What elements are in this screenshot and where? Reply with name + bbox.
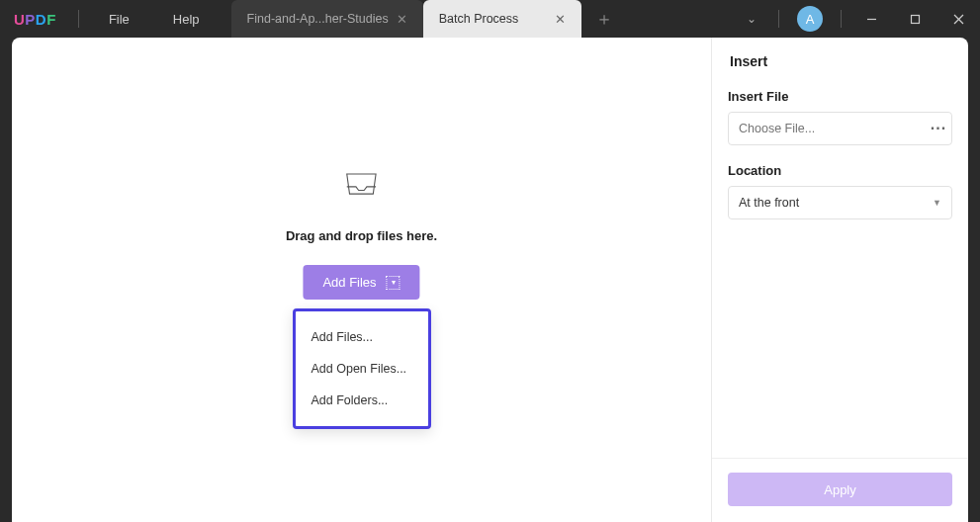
tab-strip: Find-and-Ap...her-Studies ✕ Batch Proces… — [231, 0, 627, 38]
drop-text: Drag and drop files here. — [286, 228, 437, 243]
svg-rect-1 — [911, 15, 919, 23]
titlebar-right: ⌄ A — [733, 0, 980, 38]
avatar[interactable]: A — [797, 6, 823, 32]
main-panel: Drag and drop files here. Add Files Add … — [12, 38, 711, 522]
tab-label: Batch Process — [439, 12, 519, 26]
separator — [778, 10, 779, 28]
close-icon[interactable]: ✕ — [555, 12, 566, 27]
apply-button[interactable]: Apply — [728, 473, 952, 506]
window-minimize-button[interactable] — [849, 0, 893, 38]
dropdown-item-add-open-files[interactable]: Add Open Files... — [296, 353, 428, 385]
close-icon[interactable]: ✕ — [397, 12, 407, 27]
tab-document[interactable]: Find-and-Ap...her-Studies ✕ — [231, 0, 423, 38]
title-bar: UPDF File Help Find-and-Ap...her-Studies… — [0, 0, 980, 38]
chevron-down-icon[interactable]: ⌄ — [733, 12, 770, 26]
window-maximize-button[interactable] — [893, 0, 936, 38]
add-files-label: Add Files — [322, 275, 376, 290]
drop-zone[interactable]: Drag and drop files here. Add Files — [286, 163, 437, 300]
add-files-button[interactable]: Add Files — [303, 265, 419, 300]
location-select[interactable]: At the front ▼ — [728, 186, 952, 219]
workspace: Drag and drop files here. Add Files Add … — [12, 38, 968, 522]
location-label: Location — [728, 163, 952, 178]
tab-label: Find-and-Ap...her-Studies — [247, 12, 389, 26]
dropdown-toggle-icon[interactable] — [387, 276, 401, 290]
separator — [841, 10, 842, 28]
window-close-button[interactable] — [936, 0, 980, 38]
tab-batch-process[interactable]: Batch Process ✕ — [423, 0, 581, 38]
app-logo: UPDF — [0, 11, 70, 28]
inbox-icon — [286, 163, 437, 211]
dropdown-item-add-folders[interactable]: Add Folders... — [296, 385, 428, 416]
menu-help[interactable]: Help — [151, 12, 222, 27]
choose-file-field[interactable]: ··· — [728, 112, 952, 145]
choose-file-input[interactable] — [729, 122, 926, 135]
browse-icon[interactable]: ··· — [926, 120, 951, 137]
sidebar-title: Insert — [712, 38, 968, 81]
dropdown-item-add-files[interactable]: Add Files... — [296, 321, 428, 353]
new-tab-button[interactable]: ＋ — [581, 0, 627, 38]
sidebar-footer: Apply — [712, 458, 968, 522]
chevron-down-icon: ▼ — [933, 198, 941, 208]
location-section: Location At the front ▼ — [712, 155, 968, 219]
add-files-dropdown: Add Files... Add Open Files... Add Folde… — [293, 308, 431, 429]
separator — [78, 10, 79, 28]
location-value: At the front — [739, 196, 799, 210]
sidebar: Insert Insert File ··· Location At the f… — [711, 38, 968, 522]
insert-file-section: Insert File ··· — [712, 81, 968, 145]
insert-file-label: Insert File — [728, 89, 952, 104]
menu-file[interactable]: File — [87, 12, 151, 27]
